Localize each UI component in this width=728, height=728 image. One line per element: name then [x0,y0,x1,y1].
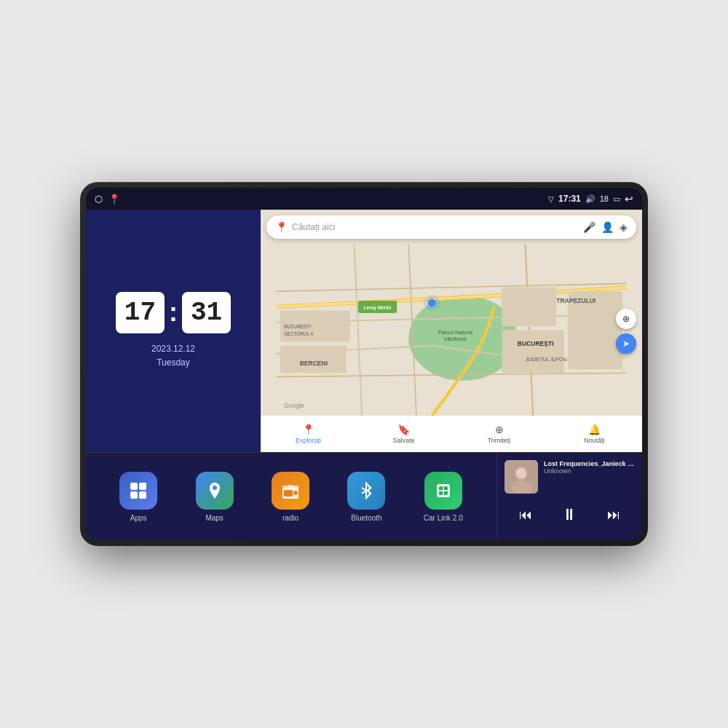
svg-text:TRAPEZULUI: TRAPEZULUI [556,297,596,304]
svg-point-27 [293,491,298,495]
bottom-section: Apps Maps [86,453,642,540]
map-controls: ⊕ ➤ [616,309,636,354]
status-left-icons: ⬡ 📍 [95,194,120,205]
play-pause-button[interactable]: ⏸ [561,505,577,524]
news-label: Noutăți [584,437,605,444]
svg-text:BUCUREȘTI: BUCUREȘTI [284,324,311,330]
apps-label: Apps [130,514,147,522]
bluetooth-icon [347,472,385,510]
clock-separator: : [169,297,178,328]
map-send-tab[interactable]: ⊕ Trimiteți [451,424,547,444]
screen: ⬡ 📍 ▽ 17:31 🔊 18 ▭ ↩ 17 : [86,188,642,540]
svg-text:Google: Google [284,402,304,409]
locate-btn[interactable]: ⊕ [616,309,636,329]
prev-button[interactable]: ⏮ [519,507,532,523]
svg-point-24 [213,486,217,490]
car-head-unit: ⬡ 📍 ▽ 17:31 🔊 18 ▭ ↩ 17 : [80,182,648,546]
music-panel: Lost Frequencies_Janieck Devy-... Unknow… [496,453,642,540]
account-icon[interactable]: 👤 [601,221,614,233]
maps-label: Maps [205,514,223,522]
music-text: Lost Frequencies_Janieck Devy-... Unknow… [544,460,635,475]
saved-icon: 🔖 [397,424,410,435]
svg-rect-21 [139,483,146,490]
svg-rect-22 [130,491,138,499]
music-controls: ⏮ ⏸ ⏭ [505,505,635,524]
svg-rect-26 [284,490,293,496]
news-icon: 🔔 [588,424,601,435]
music-info: Lost Frequencies_Janieck Devy-... Unknow… [505,460,635,494]
maps-app-icon [196,472,234,510]
mic-icon[interactable]: 🎤 [583,221,596,233]
svg-point-37 [516,468,526,478]
map-search-placeholder[interactable]: Căutați aici [292,222,579,232]
svg-rect-6 [502,288,556,326]
app-apps[interactable]: Apps [119,472,157,522]
status-right-info: ▽ 17:31 🔊 18 ▭ ↩ [548,193,633,205]
map-search-bar[interactable]: 📍 Căutați aici 🎤 👤 ◈ [266,215,636,239]
radio-icon: FM [272,472,309,510]
map-bottom-bar: 📍 Explorați 🔖 Salvate ⊕ Trimiteți 🔔 [261,416,642,452]
svg-text:JUDEȚUL ILFOV: JUDEȚUL ILFOV [525,356,566,363]
album-art [505,460,538,494]
music-artist: Unknown [544,467,635,475]
volume-icon: 🔊 [585,194,596,204]
next-button[interactable]: ⏭ [607,507,620,523]
svg-text:SECTORUL 4: SECTORUL 4 [284,331,313,336]
map-explore-tab[interactable]: 📍 Explorați [261,424,356,444]
music-title: Lost Frequencies_Janieck Devy-... [544,460,635,467]
map-saved-tab[interactable]: 🔖 Salvate [356,424,451,444]
app-radio[interactable]: FM radio [272,472,309,522]
svg-text:Văcărești: Văcărești [444,336,467,342]
time-display: 17:31 [558,194,581,204]
explore-icon: 📍 [302,424,314,435]
apps-icon [119,472,157,510]
battery-icon: ▭ [613,194,620,204]
bluetooth-label: Bluetooth [351,514,381,522]
apps-bar: Apps Maps [86,453,496,540]
signal-icon: ▽ [548,195,554,203]
clock-hours: 17 [116,292,165,333]
svg-text:Parcul Natural: Parcul Natural [438,329,473,336]
navigate-btn[interactable]: ➤ [616,333,636,354]
app-bluetooth[interactable]: Bluetooth [347,472,385,522]
app-carlink[interactable]: Car Link 2.0 [424,472,463,522]
map-news-tab[interactable]: 🔔 Noutăți [547,424,642,444]
status-bar: ⬡ 📍 ▽ 17:31 🔊 18 ▭ ↩ [86,188,642,210]
home-icon[interactable]: ⬡ [95,194,103,205]
explore-label: Explorați [296,437,321,444]
map-area: Parcul Natural Văcărești [261,245,642,416]
back-icon[interactable]: ↩ [625,193,633,205]
clock-date: 2023.12.12 Tuesday [151,342,195,370]
carlink-label: Car Link 2.0 [424,514,463,522]
map-svg: Parcul Natural Văcărești [261,245,642,416]
svg-rect-23 [139,491,146,499]
svg-text:BERCENI: BERCENI [300,360,328,367]
battery-level: 18 [600,194,609,203]
svg-text:FM: FM [288,484,293,488]
maps-icon[interactable]: 📍 [108,194,120,205]
music-thumbnail [505,460,538,494]
clock-panel: 17 : 31 2023.12.12 Tuesday [86,210,261,452]
map-search-actions: 🎤 👤 ◈ [583,221,628,233]
map-pin-icon: 📍 [275,221,288,233]
send-icon: ⊕ [495,424,504,435]
svg-point-19 [424,295,440,310]
svg-rect-7 [502,331,563,373]
main-content: 17 : 31 2023.12.12 Tuesday 📍 Căutați aic… [86,210,642,540]
saved-label: Salvate [392,437,414,444]
app-maps[interactable]: Maps [196,472,234,522]
svg-text:Leroy Merlin: Leroy Merlin [364,305,392,311]
clock-display: 17 : 31 [116,292,231,333]
send-label: Trimiteți [488,437,511,444]
map-panel[interactable]: 📍 Căutați aici 🎤 👤 ◈ [261,210,642,452]
clock-minutes: 31 [182,292,231,333]
top-section: 17 : 31 2023.12.12 Tuesday 📍 Căutați aic… [86,210,642,453]
svg-rect-20 [130,483,138,490]
svg-text:BUCUREȘTI: BUCUREȘTI [518,340,554,347]
carlink-icon [424,472,462,510]
layers-icon[interactable]: ◈ [620,221,628,233]
radio-label: radio [282,514,298,522]
